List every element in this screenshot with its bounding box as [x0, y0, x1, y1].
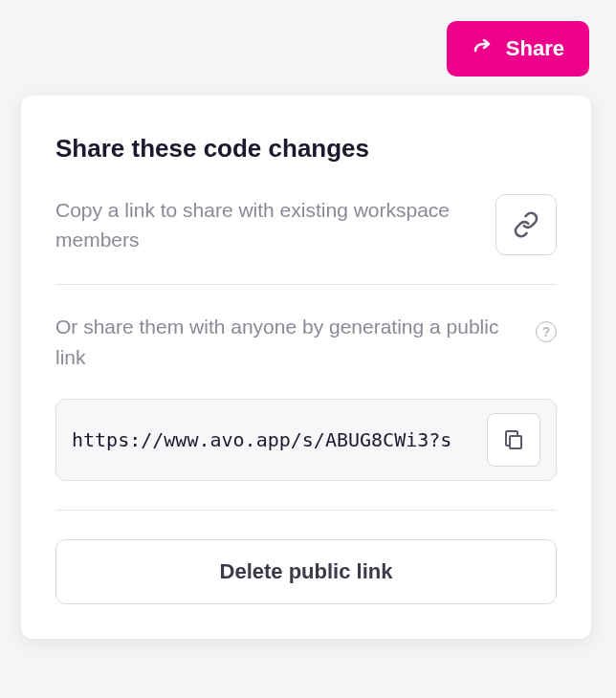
public-link-url[interactable]: https://www.avo.app/s/ABUG8CWi3?s	[72, 428, 475, 451]
help-icon[interactable]: ?	[536, 321, 557, 342]
copy-icon	[502, 428, 525, 451]
share-arrow-icon	[472, 37, 495, 60]
delete-public-link-button[interactable]: Delete public link	[55, 539, 557, 604]
share-button-label: Share	[506, 36, 564, 61]
public-link-description: Or share them with anyone by generating …	[55, 312, 530, 372]
svg-rect-0	[510, 436, 521, 448]
copy-link-row: Copy a link to share with existing works…	[55, 194, 557, 285]
link-icon	[513, 211, 539, 238]
copy-public-link-button[interactable]	[487, 413, 540, 467]
public-link-section: Or share them with anyone by generating …	[55, 285, 557, 604]
public-link-box: https://www.avo.app/s/ABUG8CWi3?s	[55, 399, 557, 481]
copy-link-description: Copy a link to share with existing works…	[55, 195, 476, 255]
share-button[interactable]: Share	[447, 21, 589, 76]
share-panel: Share these code changes Copy a link to …	[21, 96, 591, 639]
divider	[55, 510, 557, 511]
copy-link-button[interactable]	[495, 194, 557, 255]
panel-title: Share these code changes	[55, 134, 557, 164]
delete-button-label: Delete public link	[220, 559, 393, 583]
